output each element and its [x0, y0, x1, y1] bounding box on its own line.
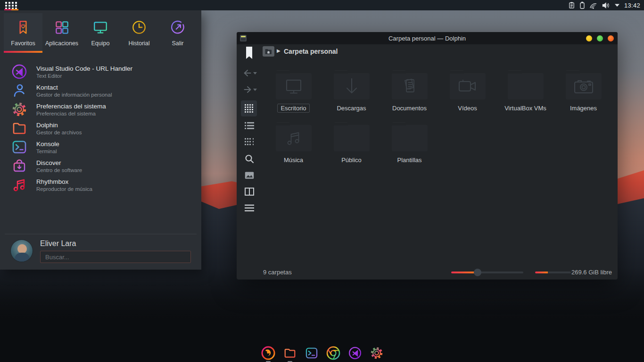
forward-button[interactable] [243, 86, 257, 93]
folder-icon [334, 125, 370, 151]
launcher-active-indicator [4, 9, 18, 10]
music-note-icon [10, 176, 28, 194]
clock-icon [131, 19, 148, 36]
menu-item-dolphin[interactable]: Dolphin Gestor de archivos [0, 119, 201, 138]
gear-icon [10, 100, 28, 118]
person-icon [10, 82, 28, 99]
network-icon[interactable] [589, 2, 598, 9]
list-view-button[interactable] [245, 122, 254, 129]
tab-label: Aplicaciones [45, 40, 78, 47]
menu-button[interactable] [245, 205, 254, 212]
user-name: Eliver Lara [40, 239, 191, 248]
back-history-caret-icon [253, 72, 257, 74]
folder-icon [566, 73, 602, 99]
app-title: Konsole [36, 140, 59, 148]
dock-item-firefox[interactable] [261, 346, 275, 360]
folder-label: Escritorio [277, 104, 309, 113]
dock-item-vscode[interactable] [348, 346, 362, 360]
tab-salir[interactable]: Salir [158, 13, 197, 53]
bookmark-icon[interactable] [246, 47, 253, 59]
menu-item-preferencias[interactable]: Preferencias del sistema Preferencias de… [0, 100, 201, 119]
dock-item-chrome[interactable] [326, 346, 340, 360]
hamburger-menu-icon [245, 205, 254, 212]
user-area: Eliver Lara [0, 239, 201, 263]
folder-label: Imágenes [567, 104, 600, 113]
expand-tray-icon[interactable] [614, 3, 620, 7]
folder-publico[interactable]: Público [322, 122, 380, 173]
folder-plantillas[interactable]: Plantillas [380, 122, 438, 173]
preview-button[interactable] [245, 172, 254, 179]
app-subtitle: Gestor de archivos [36, 130, 82, 135]
maximize-button[interactable] [597, 35, 603, 41]
app-launcher-button[interactable] [4, 0, 20, 10]
panel-clock[interactable]: 13:42 [624, 2, 640, 9]
vscode-icon [10, 63, 28, 81]
back-button[interactable] [243, 69, 257, 77]
menu-item-vscode[interactable]: Visual Studio Code - URL Handler Text Ed… [0, 62, 201, 81]
folder-count: 9 carpetas [263, 269, 292, 276]
folder-label: Música [281, 156, 306, 165]
folder-imagenes[interactable]: Imágenes [554, 70, 612, 122]
minimize-button[interactable] [586, 35, 592, 41]
menu-tabs: Favoritos Aplicaciones Equipo [0, 10, 201, 53]
firefox-icon [261, 346, 275, 360]
icons-view-button[interactable] [241, 100, 257, 116]
forward-history-caret-icon [253, 89, 257, 91]
app-subtitle: Terminal [36, 148, 59, 154]
breadcrumb-chevron-icon: ▶ [277, 48, 281, 53]
disk-usage-bar [535, 272, 571, 273]
tab-equipo[interactable]: Equipo [81, 13, 120, 53]
folder-descargas[interactable]: Descargas [322, 70, 380, 122]
folder-label: Plantillas [394, 156, 425, 165]
menu-item-rhythmbox[interactable]: Rhythmbox Reproductor de música [0, 175, 201, 194]
app-subtitle: Text Editor [36, 73, 132, 79]
document-glyph-icon [401, 77, 418, 96]
close-button[interactable] [608, 35, 614, 41]
tab-favoritos[interactable]: Favoritos [4, 13, 42, 53]
volume-icon[interactable] [602, 2, 610, 9]
compact-view-button[interactable] [245, 138, 254, 146]
dock-item-settings[interactable] [370, 346, 384, 360]
tab-label: Salir [172, 40, 183, 47]
grid-squares-icon [53, 19, 70, 36]
menu-item-konsole[interactable]: Konsole Terminal [0, 138, 201, 156]
avatar[interactable] [10, 239, 33, 262]
folder-icon [508, 73, 544, 99]
folder-virtualbox-vms[interactable]: VirtualBox VMs [496, 70, 554, 122]
titlebar[interactable]: Carpeta personal — Dolphin [237, 32, 618, 44]
search-input[interactable] [40, 251, 191, 263]
folder-icon [392, 73, 428, 99]
dock-item-konsole[interactable] [305, 346, 319, 360]
chrome-icon [326, 346, 340, 360]
zoom-slider-knob[interactable] [474, 269, 481, 276]
settings-gear-icon [370, 346, 384, 360]
app-subtitle: Preferencias del sistema [36, 111, 106, 116]
dock [261, 346, 384, 360]
application-menu: Favoritos Aplicaciones Equipo [0, 10, 201, 270]
battery-icon[interactable] [579, 1, 585, 9]
search-button[interactable] [245, 154, 254, 164]
split-view-button[interactable] [245, 188, 254, 196]
folder-videos[interactable]: Vídeos [438, 70, 496, 122]
clipboard-icon[interactable] [568, 1, 575, 9]
breadcrumb[interactable]: Carpeta personal [284, 48, 338, 55]
folder-escritorio[interactable]: Escritorio [264, 70, 322, 122]
menu-item-kontact[interactable]: Kontact Gestor de información personal [0, 81, 201, 100]
logout-circle-arrow-icon [169, 19, 186, 36]
app-title: Visual Studio Code - URL Handler [36, 65, 132, 72]
folder-label: Descargas [333, 104, 369, 113]
folder-label: Público [338, 156, 365, 165]
folder-documentos[interactable]: Documentos [380, 70, 438, 122]
monitor-glyph-icon [284, 78, 303, 95]
dock-item-dolphin[interactable] [283, 346, 297, 360]
zoom-slider[interactable] [451, 272, 523, 273]
home-button[interactable] [263, 46, 274, 57]
tab-historial[interactable]: Historial [120, 13, 158, 53]
menu-item-discover[interactable]: Discover Centro de software [0, 156, 201, 175]
tab-aplicaciones[interactable]: Aplicaciones [42, 13, 81, 53]
folder-icon [334, 73, 370, 99]
folder-musica[interactable]: Música [264, 122, 322, 173]
folder-icon [276, 73, 312, 99]
split-view-icon [245, 188, 254, 196]
free-space: 269.6 GiB libre [571, 269, 612, 276]
